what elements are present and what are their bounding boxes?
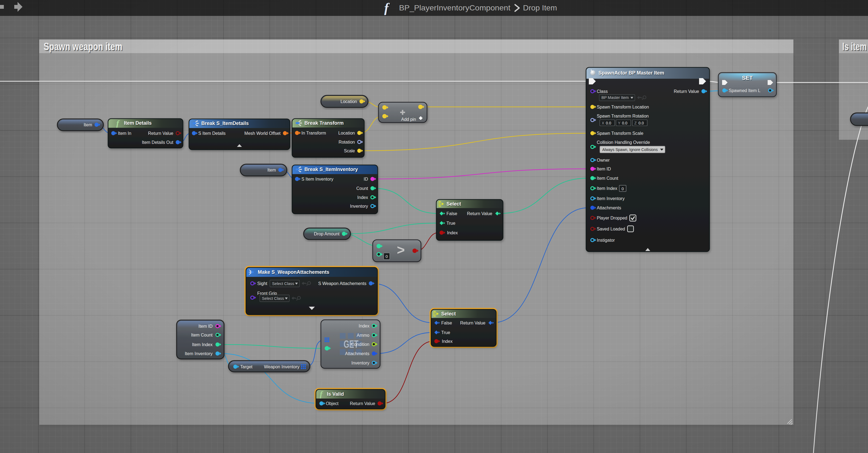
svg-text:BP_PlayerInventoryComponent: BP_PlayerInventoryComponent: [399, 4, 510, 12]
svg-text:Drop Item: Drop Item: [523, 4, 557, 12]
